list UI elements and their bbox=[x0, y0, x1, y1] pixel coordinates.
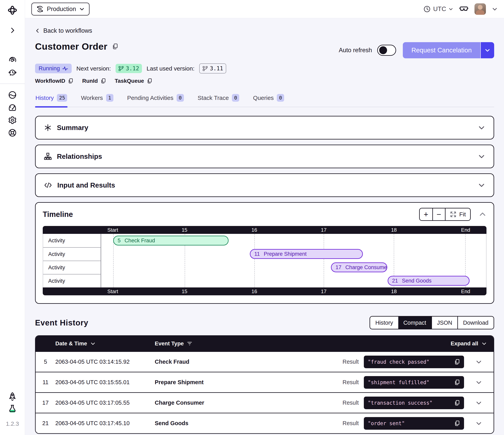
event-history-title: Event History bbox=[35, 318, 88, 327]
copy-title-icon[interactable] bbox=[112, 43, 118, 50]
chevron-down-icon[interactable] bbox=[478, 153, 485, 160]
zoom-in-button[interactable]: + bbox=[420, 208, 432, 220]
result-value: "order sent" bbox=[368, 420, 405, 426]
hierarchy-icon bbox=[44, 152, 52, 160]
task-queue-copy[interactable]: TaskQueue bbox=[115, 78, 152, 84]
temporal-logo-icon bbox=[7, 5, 18, 15]
timeline-ruler-bottom: Start15161718End bbox=[43, 287, 486, 295]
event-history-view-switch: History Compact JSON Download bbox=[369, 316, 494, 329]
settings-gear-icon[interactable] bbox=[6, 114, 19, 127]
timeline-gridline bbox=[324, 234, 324, 287]
copy-icon[interactable] bbox=[454, 379, 460, 386]
workflow-id-copy[interactable]: WorkflowID bbox=[35, 78, 73, 84]
namespaces-icon[interactable] bbox=[6, 89, 19, 101]
view-compact-button[interactable]: Compact bbox=[398, 317, 431, 329]
result-value-pill[interactable]: "shipment fulfilled" bbox=[364, 376, 464, 389]
tab-label: Workers bbox=[81, 94, 103, 101]
main-area: Production UTC bbox=[25, 0, 504, 435]
expand-row-chevron-icon[interactable] bbox=[476, 420, 482, 427]
avatar[interactable] bbox=[475, 3, 486, 15]
expand-row-chevron-icon[interactable] bbox=[476, 359, 482, 365]
cancelation-menu-chevron-icon[interactable] bbox=[481, 42, 494, 58]
workflow-title: Customer Order bbox=[35, 41, 107, 52]
copy-icon[interactable] bbox=[454, 420, 460, 426]
expand-row-chevron-icon[interactable] bbox=[476, 399, 482, 406]
timeline-row-label: Activity bbox=[43, 274, 101, 287]
run-id-copy[interactable]: RunId bbox=[82, 78, 106, 84]
input-results-accordion[interactable]: Input and Results bbox=[35, 173, 494, 197]
event-row[interactable]: 5 2063-04-05 UTC 03:14:15.92 Check Fraud… bbox=[36, 351, 494, 372]
date-time-column-header[interactable]: Date & Time bbox=[55, 341, 155, 347]
back-to-workflows-link[interactable]: Back to workflows bbox=[35, 27, 92, 34]
next-version-label: Next version: bbox=[76, 65, 111, 72]
timezone-label: UTC bbox=[433, 5, 446, 13]
timeline-tick-label: End bbox=[461, 227, 470, 233]
timeline-bar-charge-consumer[interactable]: 17Charge Consumer bbox=[331, 262, 387, 272]
copy-icon[interactable] bbox=[454, 400, 460, 406]
namespace-selector[interactable]: Production bbox=[31, 3, 90, 16]
event-row[interactable]: 11 2063-04-05 UTC 03:15:55.01 Prepare Sh… bbox=[36, 372, 494, 392]
view-history-button[interactable]: History bbox=[370, 317, 398, 329]
account-chevron-down-icon[interactable] bbox=[492, 6, 498, 12]
labs-flask-icon[interactable] bbox=[6, 403, 19, 415]
tab-pending-activities[interactable]: Pending Activities 0 bbox=[127, 92, 184, 107]
timeline-tick-label: 15 bbox=[182, 227, 188, 233]
timeline-row-label: Activity bbox=[43, 234, 101, 247]
expand-sidebar-chevron-icon[interactable] bbox=[6, 24, 19, 37]
view-json-button[interactable]: JSON bbox=[431, 317, 457, 329]
chevron-down-icon[interactable] bbox=[478, 124, 485, 131]
timeline-bar-id: 11 bbox=[254, 251, 260, 257]
result-value-pill[interactable]: "transaction success" bbox=[364, 397, 464, 409]
request-cancelation-label[interactable]: Request Cancelation bbox=[403, 42, 481, 58]
timeline-bar-send-goods[interactable]: 21Send Goods bbox=[388, 276, 469, 286]
workflow-id-label: WorkflowID bbox=[35, 78, 65, 84]
tab-workers[interactable]: Workers 1 bbox=[81, 92, 114, 107]
request-cancelation-button[interactable]: Request Cancelation bbox=[403, 42, 494, 58]
timezone-selector[interactable]: UTC bbox=[423, 5, 453, 13]
timeline-tick-label: 17 bbox=[321, 288, 327, 295]
zoom-out-button[interactable]: − bbox=[432, 208, 445, 220]
tab-history[interactable]: History 25 bbox=[35, 92, 68, 107]
code-icon bbox=[44, 181, 52, 189]
tab-queries[interactable]: Queries 0 bbox=[252, 92, 285, 107]
event-type: Send Goods bbox=[155, 420, 337, 426]
chevron-down-icon[interactable] bbox=[478, 181, 485, 189]
last-version-label: Last used version: bbox=[147, 65, 195, 72]
rocket-icon[interactable] bbox=[6, 390, 19, 403]
timeline-row-label: Activity bbox=[43, 261, 101, 274]
timeline-bar-prepare-shipment[interactable]: 11Prepare Shipment bbox=[250, 249, 363, 259]
tab-count-badge: 25 bbox=[57, 94, 67, 102]
event-history-table: Date & Time Event Type Expand all bbox=[35, 335, 494, 434]
tab-stack-trace[interactable]: Stack Trace 0 bbox=[197, 92, 240, 107]
event-row[interactable]: 17 2063-04-05 UTC 03:17:05.55 Charge Con… bbox=[36, 392, 494, 413]
auto-refresh-toggle[interactable] bbox=[377, 45, 396, 56]
expand-row-chevron-icon[interactable] bbox=[476, 379, 482, 386]
fit-label: Fit bbox=[459, 211, 466, 218]
event-row[interactable]: 21 2063-04-05 UTC 03:17:45.10 Send Goods… bbox=[36, 413, 494, 433]
relationships-accordion[interactable]: Relationships bbox=[35, 145, 494, 168]
timeline-ruler-strip: Start15161718End bbox=[101, 287, 486, 295]
event-type-column-header[interactable]: Event Type bbox=[155, 341, 337, 347]
event-datetime: 2063-04-05 UTC 03:15:55.01 bbox=[55, 379, 155, 386]
fit-button[interactable]: Fit bbox=[445, 208, 470, 220]
schedules-icon[interactable] bbox=[6, 66, 19, 79]
filter-icon bbox=[187, 341, 192, 346]
copy-icon[interactable] bbox=[454, 359, 460, 365]
tab-label: History bbox=[36, 94, 54, 101]
workflow-page: Back to workflows Customer Order Auto re… bbox=[25, 18, 504, 435]
usage-icon[interactable] bbox=[6, 101, 19, 114]
timeline-plot: 5Check Fraud11Prepare Shipment17Charge C… bbox=[101, 234, 486, 287]
workflows-icon[interactable] bbox=[6, 54, 19, 66]
expand-all-button[interactable]: Expand all bbox=[451, 341, 494, 347]
timeline-zoom-controls: + − Fit bbox=[419, 208, 471, 221]
timeline-bar-label: Send Goods bbox=[402, 278, 432, 284]
copy-icon bbox=[100, 78, 106, 84]
dark-mode-glasses-icon[interactable] bbox=[459, 4, 468, 14]
timeline-bar-check-fraud[interactable]: 5Check Fraud bbox=[113, 236, 229, 245]
collapse-timeline-chevron-icon[interactable] bbox=[479, 210, 486, 218]
result-value-pill[interactable]: "order sent" bbox=[364, 417, 464, 430]
support-lifebuoy-icon[interactable] bbox=[6, 127, 19, 139]
result-value-pill[interactable]: "fraud check passed" bbox=[364, 356, 464, 368]
view-download-button[interactable]: Download bbox=[457, 317, 494, 329]
summary-accordion[interactable]: Summary bbox=[35, 116, 494, 139]
